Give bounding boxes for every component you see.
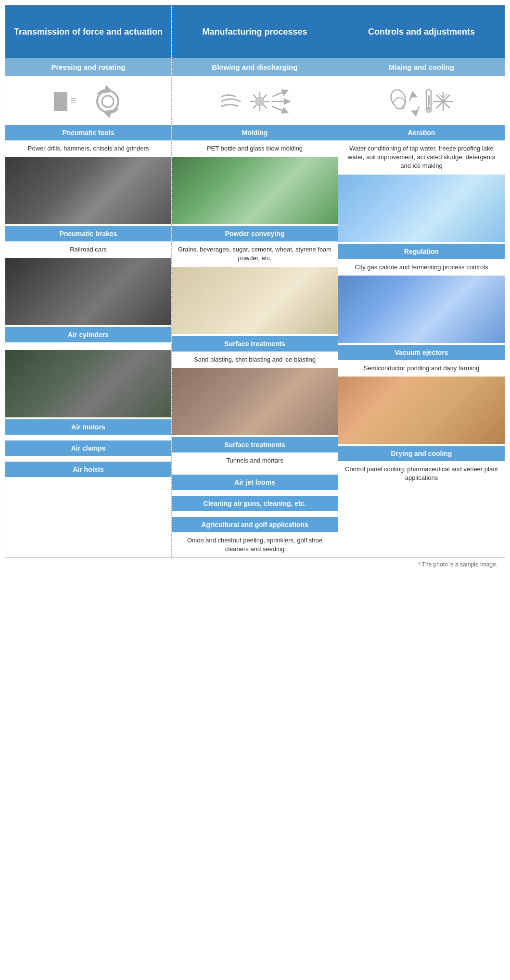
powder-conveying-text: Grains, beverages, sugar, cement, wheat,… xyxy=(172,241,338,266)
mix-cool-icon xyxy=(383,85,460,118)
air-clamps-header: Air clamps xyxy=(5,440,171,456)
svg-line-9 xyxy=(253,95,256,98)
svg-point-3 xyxy=(102,96,114,107)
cleaning-air-guns-header: Cleaning air guns, cleaning, etc. xyxy=(172,496,338,511)
pneumatic-tools-image xyxy=(5,157,171,224)
footer: * The photo is a sample image. xyxy=(5,558,505,571)
surface-treatments-1-image xyxy=(172,368,338,435)
pneumatic-brakes-header: Pneumatic brakes xyxy=(5,226,171,241)
pneumatic-tools-header: Pneumatic tools xyxy=(5,125,171,140)
col1-icon-area: ≡ xyxy=(5,76,171,123)
air-jet-looms-header: Air jet looms xyxy=(172,475,338,490)
vacuum-ejectors-text: Semiconductor ponding and dairy farming xyxy=(338,360,505,377)
vacuum-ejectors-image xyxy=(338,377,505,444)
drying-cooling-header: Drying and cooling xyxy=(338,446,505,461)
blow-discharge-icon xyxy=(217,85,293,118)
air-cylinders-text xyxy=(5,342,171,350)
regulation-text: City gas calorie and fermenting process … xyxy=(338,259,505,276)
col-transmission: Transmission of force and actuation Pres… xyxy=(5,5,172,557)
col3-icon-area xyxy=(338,76,505,123)
col3-subheader: Mixing and cooling xyxy=(338,58,505,76)
air-motors-header: Air motors xyxy=(5,419,171,435)
svg-text:≡: ≡ xyxy=(70,94,76,106)
powder-conveying-header: Powder conveying xyxy=(172,226,338,241)
svg-line-10 xyxy=(263,105,267,108)
svg-point-2 xyxy=(97,91,118,112)
regulation-header: Regulation xyxy=(338,244,505,259)
agricultural-golf-text: Onion and chestnut peeling, sprinklers, … xyxy=(172,532,338,557)
main-grid: Transmission of force and actuation Pres… xyxy=(5,5,505,558)
surface-treatments-2-text: Tunnels and mortars xyxy=(172,452,338,469)
svg-line-15 xyxy=(272,106,288,113)
surface-treatments-1-text: Sand blasting, shot blasting and ice bla… xyxy=(172,352,338,368)
aeration-text: Water conditioning of tap water, freeze … xyxy=(338,140,505,175)
svg-rect-17 xyxy=(428,95,430,106)
powder-conveying-image xyxy=(172,267,338,334)
agricultural-golf-header: Agricultural and golf applications xyxy=(172,517,338,532)
surface-treatments-2-header: Surface treatments xyxy=(172,437,338,452)
air-hoists-header: Air hoists xyxy=(5,462,171,477)
svg-line-13 xyxy=(272,90,288,97)
molding-text: PET bottle and glass blow molding xyxy=(172,140,338,157)
col2-icon-area xyxy=(172,76,338,123)
molding-header: Molding xyxy=(172,125,338,140)
svg-rect-0 xyxy=(54,92,67,111)
air-cylinders-image xyxy=(5,350,171,417)
col2-header: Manufacturing processes xyxy=(172,5,338,58)
col3-header: Controls and adjustments xyxy=(338,5,505,58)
pneumatic-brakes-text: Railroad cars xyxy=(5,241,171,258)
footer-note: * The photo is a sample image. xyxy=(418,561,497,568)
col-controls: Controls and adjustments Mixing and cool… xyxy=(338,5,505,557)
press-rotate-icon: ≡ xyxy=(50,85,127,118)
vacuum-ejectors-header: Vacuum ejectors xyxy=(338,345,505,360)
col1-subheader: Pressing and rotating xyxy=(5,58,171,76)
aeration-header: Aeration xyxy=(338,125,505,140)
svg-line-12 xyxy=(253,105,256,108)
regulation-image xyxy=(338,276,505,343)
pneumatic-tools-text: Power drills, hammers, chisels and grind… xyxy=(5,140,171,157)
col-manufacturing: Manufacturing processes Blowing and disc… xyxy=(172,5,338,557)
surface-treatments-1-header: Surface treatments xyxy=(172,336,338,352)
aeration-image xyxy=(338,175,505,242)
svg-line-11 xyxy=(263,95,267,98)
col1-header: Transmission of force and actuation xyxy=(5,5,171,58)
col2-subheader: Blowing and discharging xyxy=(172,58,338,76)
air-cylinders-header: Air cylinders xyxy=(5,327,171,342)
pneumatic-brakes-image xyxy=(5,258,171,325)
molding-image xyxy=(172,157,338,224)
drying-cooling-text: Control panel cooling, pharmaceutical an… xyxy=(338,461,505,486)
svg-point-18 xyxy=(425,106,432,113)
